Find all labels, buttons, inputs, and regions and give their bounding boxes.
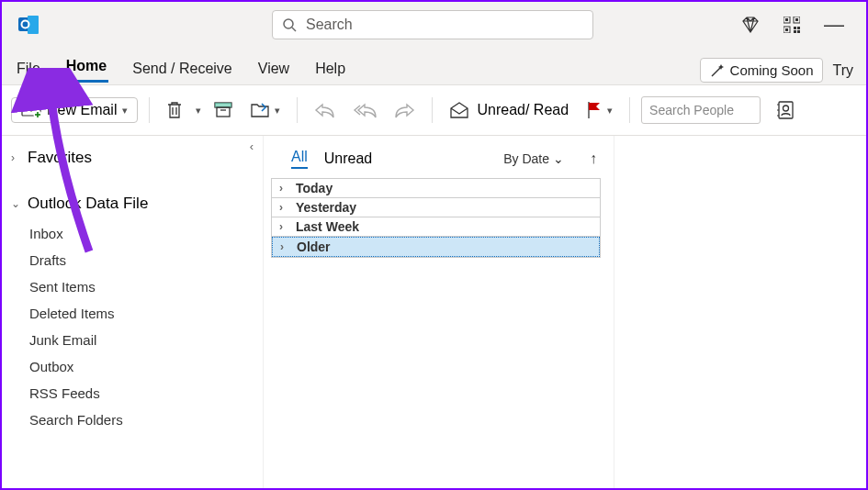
group-label: Yesterday: [296, 200, 356, 215]
divider: [432, 97, 433, 123]
divider: [629, 97, 630, 123]
menu-home[interactable]: Home: [64, 54, 108, 83]
data-file-header[interactable]: ⌄ Outlook Data File: [2, 187, 263, 220]
chevron-down-icon: ⌄: [553, 151, 564, 166]
sort-by-date[interactable]: By Date ⌄: [503, 151, 564, 166]
message-list-pane: All Unread By Date ⌄ ↑ › Today › Yesterd…: [264, 136, 614, 490]
folder-sent[interactable]: Sent Items: [2, 273, 263, 300]
search-people-input[interactable]: Search People: [641, 96, 761, 124]
svg-point-3: [284, 19, 293, 28]
search-placeholder: Search: [306, 17, 353, 33]
chevron-down-icon[interactable]: ▾: [275, 105, 280, 117]
forward-button[interactable]: [389, 102, 421, 118]
chevron-right-icon: ›: [279, 220, 292, 233]
svg-rect-8: [795, 18, 798, 21]
folder-search[interactable]: Search Folders: [2, 406, 263, 433]
folder-outbox[interactable]: Outbox: [2, 353, 263, 380]
group-label: Today: [296, 181, 333, 195]
ribbon: New Email ▾ ▾ ▾ Unread/ Read: [2, 84, 866, 136]
svg-rect-12: [797, 27, 800, 29]
svg-point-26: [783, 106, 789, 111]
address-book-icon: [777, 101, 794, 119]
new-email-icon: [21, 102, 41, 118]
folder-drafts[interactable]: Drafts: [2, 247, 263, 273]
svg-rect-13: [794, 30, 796, 33]
flag-icon: [587, 101, 602, 119]
tab-unread[interactable]: Unread: [324, 150, 372, 167]
unread-read-label: Unread/ Read: [477, 102, 569, 118]
svg-rect-22: [217, 107, 230, 117]
svg-rect-6: [785, 18, 788, 21]
group-today[interactable]: › Today: [272, 179, 600, 198]
move-button[interactable]: ▾: [245, 98, 286, 122]
group-last-week[interactable]: › Last Week: [272, 217, 600, 237]
collapse-pane-button[interactable]: ‹: [250, 139, 254, 153]
search-people-placeholder: Search People: [649, 103, 734, 117]
archive-icon: [214, 102, 232, 118]
address-book-button[interactable]: [772, 97, 799, 123]
folder-rss[interactable]: RSS Feeds: [2, 380, 263, 406]
folder-inbox[interactable]: Inbox: [2, 220, 263, 247]
favorites-header[interactable]: › Favorites: [2, 141, 263, 174]
folder-pane: ‹ › Favorites ⌄ Outlook Data File Inbox …: [2, 136, 264, 490]
favorites-label: Favorites: [28, 149, 92, 167]
window-minimize-button[interactable]: —: [824, 15, 844, 35]
tab-all[interactable]: All: [291, 149, 308, 169]
group-yesterday[interactable]: › Yesterday: [272, 198, 600, 217]
delete-dropdown[interactable]: ▾: [196, 105, 201, 117]
wand-icon: [710, 63, 725, 78]
archive-button[interactable]: [209, 98, 238, 122]
message-groups: › Today › Yesterday › Last Week › Older: [271, 178, 601, 258]
search-box[interactable]: Search: [272, 10, 593, 39]
menu-try[interactable]: Try: [832, 62, 853, 79]
move-folder-icon: [251, 102, 269, 118]
divider: [297, 97, 298, 123]
chevron-down-icon: ⌄: [11, 197, 24, 210]
premium-diamond-icon[interactable]: [741, 17, 760, 33]
envelope-open-icon: [449, 101, 469, 119]
menu-help[interactable]: Help: [313, 57, 347, 83]
menu-file[interactable]: File: [15, 57, 42, 83]
reply-button[interactable]: [309, 102, 340, 118]
title-bar: Search —: [2, 2, 866, 48]
group-label: Older: [297, 239, 331, 254]
data-file-label: Outlook Data File: [28, 195, 148, 213]
unread-read-button[interactable]: Unread/ Read: [444, 97, 574, 123]
folder-deleted[interactable]: Deleted Items: [2, 300, 263, 327]
list-header: All Unread By Date ⌄ ↑: [264, 136, 614, 174]
delete-button[interactable]: [161, 97, 188, 123]
qr-code-icon[interactable]: [783, 17, 800, 33]
coming-soon-button[interactable]: Coming Soon: [700, 58, 824, 83]
svg-line-15: [712, 67, 721, 76]
divider: [149, 97, 150, 123]
svg-rect-14: [797, 30, 800, 33]
folder-junk[interactable]: Junk Email: [2, 327, 263, 353]
svg-rect-25: [779, 102, 793, 118]
search-icon: [282, 17, 297, 32]
svg-rect-11: [794, 27, 796, 29]
svg-rect-10: [785, 28, 788, 31]
main-area: ‹ › Favorites ⌄ Outlook Data File Inbox …: [2, 136, 866, 490]
sort-direction-button[interactable]: ↑: [590, 150, 597, 167]
new-email-label: New Email: [47, 102, 117, 118]
reading-pane: [614, 136, 866, 490]
trash-icon: [166, 101, 183, 119]
chevron-down-icon[interactable]: ▾: [122, 105, 128, 117]
chevron-right-icon: ›: [279, 182, 292, 195]
chevron-right-icon: ›: [280, 240, 293, 253]
svg-line-4: [292, 28, 296, 31]
group-older[interactable]: › Older: [272, 237, 600, 257]
coming-soon-label: Coming Soon: [730, 62, 814, 78]
menu-view[interactable]: View: [256, 57, 291, 83]
svg-rect-21: [215, 103, 231, 107]
menu-send-receive[interactable]: Send / Receive: [130, 57, 234, 83]
group-label: Last Week: [296, 219, 359, 234]
outlook-logo-icon: [17, 12, 42, 38]
chevron-right-icon: ›: [11, 151, 24, 164]
new-email-button[interactable]: New Email ▾: [11, 97, 138, 123]
chevron-down-icon[interactable]: ▾: [607, 105, 613, 117]
chevron-right-icon: ›: [279, 201, 292, 214]
flag-button[interactable]: ▾: [581, 97, 618, 123]
by-date-label: By Date: [503, 151, 549, 166]
reply-all-button[interactable]: [347, 102, 382, 118]
